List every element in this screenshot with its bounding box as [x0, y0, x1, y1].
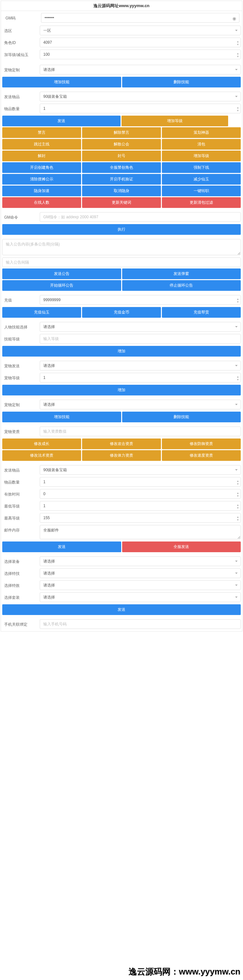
start-loop-button[interactable]: 开始循环公告 [2, 280, 121, 291]
update-filter-button[interactable]: 更新清包过滤 [162, 197, 241, 208]
skill-level-label: 技能等级 [1, 334, 40, 345]
notice-content-input[interactable] [2, 239, 241, 255]
send2-button[interactable]: 发送 [2, 541, 121, 552]
sel-skill-select[interactable]: 请选择 [40, 568, 241, 578]
reduce-xianyu-button[interactable]: 减少仙玉 [162, 174, 241, 185]
send-all-button[interactable]: 全服发送 [122, 541, 241, 552]
sel-equip-label: 选择装备 [1, 557, 40, 567]
valid-time-input[interactable] [40, 489, 241, 499]
skip-main-button[interactable]: 跳过主线 [2, 139, 81, 150]
recharge-banggong-button[interactable]: 充值帮贡 [162, 307, 241, 318]
add-skill-button[interactable]: 增加技能 [2, 77, 121, 88]
gm-code-input[interactable] [41, 13, 240, 23]
unban-button[interactable]: 解封 [2, 151, 81, 161]
page-title: 逸云源码网址www.yyymw.cn [1, 1, 242, 11]
onekey-job-button[interactable]: 一键转职 [162, 186, 241, 196]
notice-interval-input[interactable] [2, 258, 241, 267]
del-skill-button[interactable]: 删除技能 [122, 77, 241, 88]
exec-button[interactable]: 执行 [2, 224, 241, 235]
char-skill-select[interactable]: 请选择 [40, 322, 241, 332]
send-button[interactable]: 发送 [2, 116, 120, 126]
cancel-stealth-button[interactable]: 取消隐身 [82, 186, 161, 196]
disable-create-button[interactable]: 全服禁创角色 [82, 162, 161, 173]
clear-stall-button[interactable]: 清除摆摊公示 [2, 174, 81, 185]
stop-loop-button[interactable]: 停止循环公告 [122, 280, 241, 291]
sel-set-select[interactable]: 请选择 [40, 592, 241, 602]
eye-icon[interactable]: ◉ [232, 16, 236, 21]
recharge-xianyu-button[interactable]: 充值仙玉 [2, 307, 81, 318]
force-offline-button[interactable]: 强制下线 [162, 162, 241, 173]
del-skill2-button[interactable]: 删除技能 [122, 412, 241, 422]
add-level-button[interactable]: 增加等级 [122, 116, 228, 126]
mod-magic-button[interactable]: 修改法术资质 [2, 450, 81, 461]
min-lvl-label: 最低等级 [1, 501, 40, 512]
pet-level-input[interactable] [40, 373, 241, 382]
mail-text-label: 邮件内容 [1, 525, 40, 540]
skill-level-input[interactable] [40, 334, 241, 344]
spinner-icon[interactable]: ▲▼ [235, 374, 240, 383]
sel-skill-label: 选择特技 [1, 568, 40, 579]
spinner-icon[interactable]: ▲▼ [235, 478, 240, 487]
item-qty-label: 物品数量 [1, 103, 40, 115]
spinner-icon[interactable]: ▲▼ [235, 104, 240, 114]
send3-button[interactable]: 发送 [2, 605, 241, 615]
send-item-select[interactable]: 90级装备宝箱 [40, 92, 241, 101]
mod-atk-button[interactable]: 修改攻击资质 [82, 439, 161, 449]
phone-verify-button[interactable]: 开启手机验证 [82, 174, 161, 185]
mod-speed-button[interactable]: 修改速度资质 [162, 450, 241, 461]
spinner-icon[interactable]: ▲▼ [235, 490, 240, 499]
send-item2-select[interactable]: 90级装备宝箱 [40, 465, 241, 475]
add-button-2[interactable]: 增加 [2, 385, 241, 395]
sel-effect-select[interactable]: 请选择 [40, 581, 241, 590]
pet-custom-select[interactable]: 请选择 [40, 65, 241, 75]
update-keywords-button[interactable]: 更新关键词 [82, 197, 161, 208]
item-qty-input[interactable] [40, 103, 241, 113]
spinner-icon[interactable]: ▲▼ [235, 296, 240, 305]
send-notice-button[interactable]: 发送公告 [2, 269, 121, 279]
send-popup-button[interactable]: 发送弹窗 [122, 269, 241, 279]
phone-bind-label: 手机关联绑定 [1, 619, 40, 630]
pet-custom2-label: 宠物定制 [1, 399, 40, 410]
enable-create-button[interactable]: 开启创建角色 [2, 162, 81, 173]
mail-text-input[interactable] [40, 525, 241, 539]
recharge-label: 充值 [1, 295, 40, 306]
valid-time-label: 有效时间 [1, 489, 40, 500]
stealth-speed-button[interactable]: 隐身加速 [2, 186, 81, 196]
unmute-button[interactable]: 解除禁言 [82, 127, 161, 138]
add-button-1[interactable]: 增加 [2, 346, 241, 356]
online-count-button[interactable]: 在线人数 [2, 197, 81, 208]
clear-bag-button[interactable]: 清包 [162, 139, 241, 150]
gm-cmd-input[interactable] [40, 212, 241, 222]
recharge-gold-button[interactable]: 充值金币 [82, 307, 161, 318]
mod-growth-button[interactable]: 修改成长 [2, 439, 81, 449]
plan-tool-button[interactable]: 策划神器 [162, 127, 241, 138]
disband-guild-button[interactable]: 解散公会 [82, 139, 161, 150]
mod-hp-button[interactable]: 修改体力资质 [82, 450, 161, 461]
add-skill2-button[interactable]: 增加技能 [2, 412, 121, 422]
mute-button[interactable]: 禁言 [2, 127, 81, 138]
xianyu-label: 加等级/减仙玉 [1, 49, 40, 60]
sel-equip-select[interactable]: 请选择 [40, 557, 241, 566]
spinner-icon[interactable]: ▲▼ [235, 514, 240, 523]
pet-send-select[interactable]: 请选择 [40, 361, 241, 371]
ban-button[interactable]: 封号 [82, 151, 161, 161]
spinner-icon[interactable]: ▲▼ [235, 38, 240, 48]
recharge-input[interactable] [40, 295, 241, 305]
pet-custom2-select[interactable]: 请选择 [40, 399, 241, 409]
pet-level-label: 宠物等级 [1, 373, 40, 383]
sel-set-label: 选择套装 [1, 592, 40, 603]
zone-select[interactable]: 一区 [40, 25, 241, 35]
spinner-icon[interactable]: ▲▼ [235, 502, 240, 511]
min-lvl-input[interactable] [40, 501, 241, 511]
pet-quality-input[interactable] [40, 426, 241, 436]
gm-code-label: GM码 [2, 13, 41, 24]
max-lvl-input[interactable] [40, 513, 241, 523]
xianyu-input[interactable] [40, 49, 241, 59]
add-level2-button[interactable]: 增加等级 [162, 151, 241, 161]
spinner-icon[interactable]: ▲▼ [235, 50, 240, 60]
pet-custom-label: 宠物定制 [1, 65, 40, 75]
item-qty2-input[interactable] [40, 477, 241, 487]
phone-bind-input[interactable] [40, 619, 241, 629]
role-id-input[interactable] [40, 38, 241, 47]
mod-def-button[interactable]: 修改防御资质 [162, 439, 241, 449]
